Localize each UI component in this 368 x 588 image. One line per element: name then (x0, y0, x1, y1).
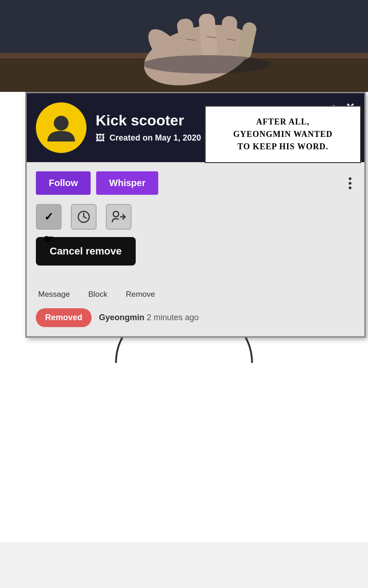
message-label: Message (38, 290, 70, 299)
more-options-button[interactable] (345, 173, 355, 194)
removed-badge: Removed (36, 308, 92, 327)
bottom-white (0, 363, 368, 542)
follow-button[interactable]: Follow (36, 171, 91, 195)
speech-bubble-area: AFTER ALL, GYEONGMIN WANTED TO KEEP HIS … (205, 106, 361, 163)
block-label: Block (88, 290, 108, 299)
removed-username: Gyeongmin (99, 313, 144, 322)
whisper-button[interactable]: Whisper (96, 171, 158, 195)
clock-icon-button[interactable] (71, 204, 97, 230)
removed-time-ago: 2 minutes ago (147, 313, 199, 322)
person-arrow-icon (111, 210, 126, 223)
hand-illustration (0, 0, 368, 92)
cancel-remove-tooltip: Cancel remove (36, 237, 355, 269)
person-arrow-icon-button[interactable] (106, 204, 132, 230)
profile-body: Follow Whisper ✓ ☛ (27, 162, 364, 336)
removed-area: Removed Gyeongmin 2 minutes ago (36, 308, 355, 327)
action-labels-row: Message Block Remove (36, 290, 355, 299)
calendar-icon: 🖼 (96, 133, 105, 143)
manga-panel-top (0, 0, 368, 92)
svg-point-12 (143, 55, 271, 74)
svg-point-17 (113, 211, 119, 217)
removed-info: Gyeongmin 2 minutes ago (99, 313, 199, 322)
avatar-icon (45, 112, 77, 144)
checkmark-icon-button[interactable]: ✓ ☛ (36, 204, 62, 230)
dot1 (349, 177, 351, 180)
svg-point-13 (54, 116, 69, 130)
avatar (36, 102, 86, 153)
speech-bubble: AFTER ALL, GYEONGMIN WANTED TO KEEP HIS … (205, 106, 361, 163)
created-text: Created on May 1, 2020 (109, 133, 201, 143)
speech-text: AFTER ALL, GYEONGMIN WANTED TO KEEP HIS … (233, 117, 333, 151)
checkmark-icon: ✓ (44, 210, 53, 223)
remove-label: Remove (126, 290, 155, 299)
cursor-hand: ☛ (44, 232, 54, 246)
dot3 (349, 187, 351, 189)
icons-row: ✓ ☛ (36, 204, 355, 230)
svg-line-16 (84, 217, 86, 218)
clock-icon (77, 210, 90, 223)
action-buttons-row: Follow Whisper (36, 171, 355, 195)
dot2 (349, 182, 351, 185)
